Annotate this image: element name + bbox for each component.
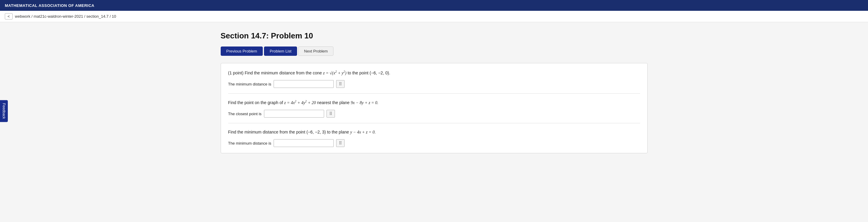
- problem-3-answer-label: The minimum distance is: [228, 141, 272, 146]
- problem-1-answer-label: The minimum distance is: [228, 82, 272, 86]
- problem-3-prefix: Find the minimum distance from the point…: [228, 130, 350, 135]
- problem-2-formula: z = 4x2 + 4y2 + 20: [284, 101, 316, 105]
- matrix-icon-3: ⠿: [339, 141, 342, 146]
- problem-2-answer-input[interactable]: [264, 110, 324, 118]
- problem-1-suffix: to the point (−6, −2, 0).: [347, 71, 390, 75]
- problem-1-answer-input[interactable]: [274, 80, 334, 88]
- problem-2-answer-label: The closest point is: [228, 112, 261, 116]
- page-title: Section 14.7: Problem 10: [221, 31, 648, 40]
- problem-1-text: (1 point) Find the minimum distance from…: [228, 69, 640, 76]
- problem-2-matrix-button[interactable]: ⠿: [327, 110, 335, 118]
- problem-nav-buttons: Previous Problem Problem List Next Probl…: [221, 46, 648, 56]
- header-bar: MATHEMATICAL ASSOCIATION OF AMERICA: [0, 0, 868, 11]
- problem-2-connector: nearest the plane: [317, 100, 350, 105]
- problem-3-formula: y − 4x + z = 0.: [350, 130, 376, 135]
- problem-2-text: Find the point on the graph of z = 4x2 +…: [228, 99, 640, 106]
- breadcrumb-path: webwork / mat21c-waldron-winter-2021 / s…: [15, 14, 116, 18]
- feedback-tab-label: Feedback: [2, 103, 6, 119]
- org-name: MATHEMATICAL ASSOCIATION OF AMERICA: [5, 3, 94, 8]
- problem-list-button[interactable]: Problem List: [264, 46, 297, 56]
- problem-2: Find the point on the graph of z = 4x2 +…: [228, 99, 640, 123]
- problem-1-answer-row: The minimum distance is ⠿: [228, 80, 640, 88]
- breadcrumb-bar: < webwork / mat21c-waldron-winter-2021 /…: [0, 11, 868, 22]
- problem-3-answer-row: The minimum distance is ⠿: [228, 139, 640, 147]
- previous-problem-button[interactable]: Previous Problem: [221, 46, 263, 56]
- problem-2-answer-row: The closest point is ⠿: [228, 110, 640, 118]
- matrix-icon-1: ⠿: [339, 82, 342, 86]
- problem-1: (1 point) Find the minimum distance from…: [228, 69, 640, 94]
- problem-1-matrix-button[interactable]: ⠿: [336, 80, 345, 88]
- problem-2-formula2: 9x − 8y + z = 0.: [351, 101, 378, 105]
- problem-3-answer-input[interactable]: [274, 139, 334, 147]
- feedback-tab[interactable]: Feedback: [0, 100, 8, 122]
- back-button[interactable]: <: [5, 13, 12, 20]
- problem-1-prefix: (1 point) Find the minimum distance from…: [228, 71, 323, 75]
- problem-2-prefix: Find the point on the graph of: [228, 100, 284, 105]
- problem-1-formula: z = √(x2 + y2): [323, 71, 346, 75]
- problem-3-matrix-button[interactable]: ⠿: [336, 139, 345, 147]
- matrix-icon-2: ⠿: [329, 111, 332, 116]
- problem-box: (1 point) Find the minimum distance from…: [221, 63, 648, 153]
- main-content: Section 14.7: Problem 10 Previous Proble…: [209, 22, 660, 162]
- problem-3-text: Find the minimum distance from the point…: [228, 129, 640, 136]
- next-problem-button[interactable]: Next Problem: [298, 46, 334, 56]
- problem-3: Find the minimum distance from the point…: [228, 129, 640, 147]
